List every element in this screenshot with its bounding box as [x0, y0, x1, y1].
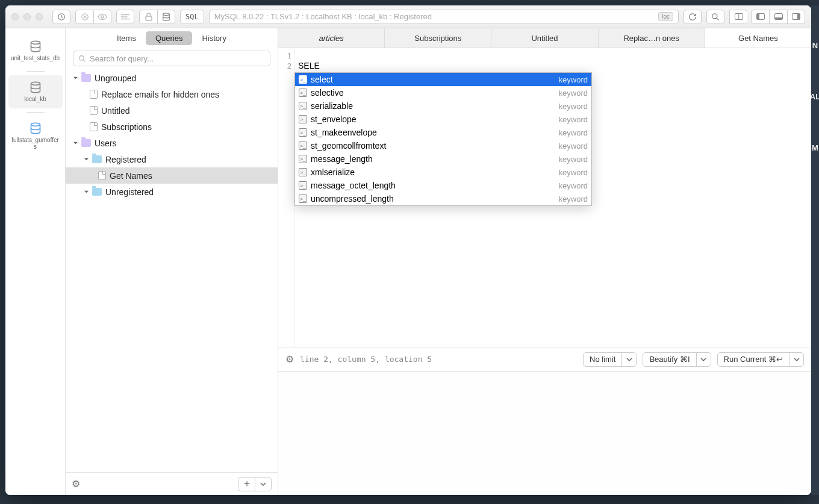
indent-button[interactable] — [116, 10, 134, 24]
keyword-icon: >_ — [299, 89, 307, 97]
query-untitled[interactable]: Untitled — [66, 102, 278, 119]
autocomplete-item[interactable]: >_st_makeenvelopekeyword — [295, 126, 591, 139]
keyword-icon: >_ — [299, 75, 307, 84]
keyword-icon: >_ — [299, 115, 307, 123]
tab-history[interactable]: History — [192, 31, 235, 45]
line-gutter: 12 — [278, 48, 294, 347]
code-line-2: SELE — [298, 61, 808, 71]
view-button[interactable] — [93, 10, 111, 24]
folder-icon — [92, 188, 102, 196]
svg-point-2 — [101, 16, 104, 18]
tab-items[interactable]: Items — [107, 31, 146, 45]
keyword-icon: >_ — [299, 194, 307, 203]
autocomplete-item[interactable]: >_message_octet_lengthkeyword — [295, 179, 591, 192]
svg-line-9 — [717, 17, 719, 20]
limit-combo[interactable]: No limit — [583, 352, 637, 367]
beautify-button[interactable]: Beautify ⌘I — [643, 352, 711, 367]
db-unit-test[interactable]: unit_test_stats_db — [8, 34, 63, 67]
query-search-input[interactable]: Search for query... — [73, 51, 270, 66]
more-button[interactable] — [255, 477, 272, 491]
chevron-down-icon[interactable] — [696, 353, 711, 366]
search-placeholder: Search for query... — [90, 54, 154, 63]
search-button[interactable] — [706, 10, 724, 24]
panel-left-button[interactable] — [751, 10, 769, 24]
keyword-icon: >_ — [299, 181, 307, 190]
database-icon — [30, 40, 42, 52]
window-controls[interactable] — [11, 13, 43, 20]
panel-bottom-button[interactable] — [769, 10, 787, 24]
folder-icon — [81, 74, 91, 82]
sql-editor[interactable]: 12 SELE >_selectkeyword>_selectivekeywor… — [278, 48, 811, 347]
autocomplete-popup[interactable]: >_selectkeyword>_selectivekeyword>_seria… — [294, 72, 592, 206]
keyword-icon: >_ — [299, 168, 307, 176]
tab-queries[interactable]: Queries — [146, 31, 193, 45]
connection-path[interactable]: MySQL 8.0.22 : TLSv1.2 : Localhost KB : … — [209, 10, 679, 24]
zoom-dot[interactable] — [36, 13, 43, 20]
svg-rect-6 — [146, 16, 152, 20]
close-dot[interactable] — [11, 13, 19, 20]
svg-point-13 — [79, 55, 84, 60]
chevron-down-icon — [72, 75, 79, 82]
keyword-icon: >_ — [299, 142, 307, 150]
gear-icon[interactable]: ⚙ — [285, 353, 294, 365]
results-area — [278, 372, 811, 495]
sql-mode-button[interactable]: SQL — [180, 10, 204, 24]
tab-get-names[interactable]: Get Names — [705, 28, 811, 48]
folder-icon — [92, 155, 102, 163]
minimize-dot[interactable] — [23, 13, 31, 20]
autocomplete-item[interactable]: >_st_geomcollfromtextkeyword — [295, 139, 591, 152]
query-subscriptions[interactable]: Subscriptions — [66, 119, 278, 135]
connection-path-text: MySQL 8.0.22 : TLSv1.2 : Localhost KB : … — [214, 12, 432, 21]
keyword-icon: >_ — [299, 102, 307, 110]
folder-unregistered[interactable]: Unregistered — [66, 184, 278, 200]
code-line-1 — [298, 51, 808, 61]
loc-badge: loc — [658, 12, 673, 21]
keyword-icon: >_ — [299, 155, 307, 163]
file-icon — [98, 171, 106, 180]
stop-button[interactable] — [75, 10, 93, 24]
reload-button[interactable] — [684, 10, 702, 24]
folder-registered[interactable]: Registered — [66, 151, 278, 167]
keyword-icon: >_ — [299, 128, 307, 137]
autocomplete-item[interactable]: >_xmlserializekeyword — [295, 166, 591, 179]
run-button[interactable]: Run Current ⌘↩︎ — [717, 352, 804, 367]
chevron-down-icon[interactable] — [621, 353, 636, 366]
autocomplete-item[interactable]: >_selectivekeyword — [295, 86, 591, 99]
file-icon — [90, 106, 98, 115]
autocomplete-item[interactable]: >_st_envelopekeyword — [295, 113, 591, 126]
chevron-down-icon — [83, 156, 90, 163]
panel-right-button[interactable] — [787, 10, 805, 24]
connect-button[interactable] — [52, 10, 70, 24]
folder-ungrouped[interactable]: Ungrouped — [66, 70, 278, 86]
tab-untitled[interactable]: Untitled — [491, 28, 598, 48]
tab-subscriptions[interactable]: Subscriptions — [385, 28, 491, 48]
autocomplete-item[interactable]: >_message_lengthkeyword — [295, 152, 591, 166]
svg-point-8 — [712, 13, 717, 18]
tab-replace-hidden[interactable]: Replac…n ones — [599, 28, 705, 48]
panel-split-button[interactable] — [729, 10, 747, 24]
database-icon — [30, 81, 42, 93]
gear-icon[interactable]: ⚙ — [72, 478, 80, 490]
tab-articles[interactable]: articles — [278, 28, 385, 48]
background-window-sliver: N AL M — [811, 5, 819, 495]
autocomplete-item[interactable]: >_selectkeyword — [295, 73, 591, 86]
database-rail: unit_test_stats_db local_kb fullstats_gu… — [5, 28, 66, 495]
lock-button[interactable] — [139, 10, 157, 24]
chevron-down-icon[interactable] — [789, 353, 803, 366]
add-button[interactable]: ＋ — [238, 477, 255, 491]
query-replace-emails[interactable]: Replace emails for hidden ones — [66, 86, 278, 102]
svg-point-12 — [31, 123, 40, 126]
db-local-kb[interactable]: local_kb — [8, 75, 63, 108]
query-get-names[interactable]: Get Names — [66, 167, 278, 184]
database-button[interactable] — [157, 10, 175, 24]
autocomplete-item[interactable]: >_uncompressed_lengthkeyword — [295, 192, 591, 205]
autocomplete-item[interactable]: >_serializablekeyword — [295, 99, 591, 113]
svg-point-11 — [31, 82, 40, 85]
svg-line-14 — [83, 60, 85, 61]
result-tabs: articles Subscriptions Untitled Replac…n… — [278, 28, 811, 48]
db-fullstats[interactable]: fullstats_gumoffers — [8, 116, 63, 156]
svg-point-7 — [163, 13, 170, 15]
folder-users[interactable]: Users — [66, 135, 278, 151]
db-label: fullstats_gumoffers — [11, 137, 60, 150]
file-icon — [90, 122, 98, 131]
